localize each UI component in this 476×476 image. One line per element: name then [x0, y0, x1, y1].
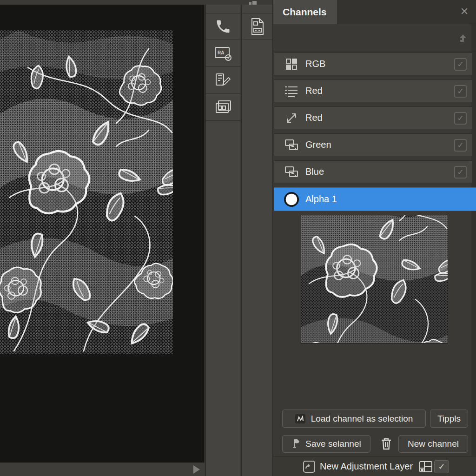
left-toolbar: RA [205, 5, 240, 476]
panel-subheader [273, 24, 476, 52]
new-channel-label: New channel [408, 439, 459, 449]
secondary-toolbar [241, 5, 272, 476]
contact-card-tool-button[interactable]: RA [206, 40, 240, 67]
clipboard-edit-tool-button[interactable] [206, 67, 240, 94]
save-channel-label: Save selannel [305, 439, 361, 449]
gallery-tool-icon [214, 99, 232, 115]
collapse-up-icon[interactable] [456, 32, 469, 45]
tippls-button[interactable]: Tippls [430, 410, 468, 428]
copy-channel-icon [284, 137, 299, 153]
tippls-label: Tippls [437, 414, 461, 424]
alpha-circle-icon [284, 192, 299, 207]
load-channel-as-selection-button[interactable]: Load channel as selection [282, 410, 426, 428]
channel-visibility-checkbox[interactable]: ✓ [454, 139, 467, 152]
phone-tool-button[interactable] [206, 13, 240, 40]
clipboard-edit-tool-icon [214, 72, 232, 89]
phone-tool-icon [215, 18, 231, 35]
check-icon: ✓ [457, 141, 463, 149]
mini-chart-icon [249, 1, 257, 5]
channel-label: Red [305, 112, 323, 123]
channel-list: RGB ✓ Red ✓ Red ✓ Green ✓ Blue ✓ Alpha 1 [274, 53, 472, 215]
scroll-right-arrow-icon[interactable] [193, 465, 200, 474]
channel-row[interactable]: Red ✓ [274, 79, 472, 102]
document-canvas[interactable] [0, 5, 205, 463]
grid-channel-icon [284, 56, 299, 72]
tab-channels[interactable]: Channels [273, 0, 337, 24]
confirm-check-button[interactable]: ✓ [434, 460, 449, 473]
save-channel-button[interactable]: Save selannel [282, 435, 370, 453]
check-icon: ✓ [457, 87, 463, 95]
copy-channel-icon [284, 164, 299, 180]
new-adjustment-layer-icon [303, 461, 315, 473]
load-selection-icon [295, 414, 305, 423]
trash-icon [380, 437, 392, 451]
channel-visibility-checkbox[interactable]: ✓ [454, 58, 467, 71]
channel-row[interactable]: Alpha 1 [274, 187, 476, 211]
check-icon: ✓ [457, 114, 463, 122]
gallery-tool-button[interactable] [206, 94, 240, 121]
channel-visibility-checkbox[interactable]: ✓ [454, 85, 467, 98]
canvas-image[interactable] [0, 30, 173, 354]
channel-thumbnail[interactable] [301, 215, 448, 344]
channel-label: Red [305, 86, 323, 96]
check-icon: ✓ [438, 462, 445, 472]
panel-title: Channels [283, 7, 327, 18]
save-channel-icon [291, 438, 301, 450]
new-adjustment-layer-label: New Adjustment Layer [320, 461, 413, 472]
adjustment-bar: New Adjustment Layer ✓ [273, 456, 476, 476]
channel-label: Blue [305, 166, 324, 177]
channel-label: Green [305, 139, 331, 150]
channel-visibility-checkbox[interactable]: ✓ [454, 112, 467, 125]
channel-label: RGB [305, 59, 325, 69]
list-channel-icon [284, 83, 299, 99]
close-panel-button[interactable]: ✕ [457, 5, 471, 19]
channel-row[interactable]: Green ✓ [274, 133, 472, 156]
load-channel-label: Load channel as selection [311, 414, 413, 424]
document-tool-icon [249, 17, 266, 36]
check-icon: ✓ [457, 168, 463, 176]
new-channel-button[interactable]: New channel [398, 435, 468, 453]
channel-row[interactable]: Red ✓ [274, 106, 472, 129]
channel-label: Alpha 1 [305, 194, 337, 205]
panel-layout-icon[interactable] [418, 460, 433, 473]
contact-card-tool-icon: RA [214, 45, 232, 62]
check-icon: ✓ [457, 60, 463, 68]
panel-header: Channels ✕ [273, 0, 476, 24]
channel-row[interactable]: RGB ✓ [274, 53, 472, 75]
document-tool-button[interactable] [242, 13, 272, 40]
channel-row[interactable]: Blue ✓ [274, 160, 472, 183]
svg-text:RA: RA [218, 50, 224, 55]
diagonal-arrow-icon [284, 110, 299, 126]
channel-visibility-checkbox[interactable]: ✓ [454, 166, 467, 178]
close-icon: ✕ [460, 6, 469, 18]
horizontal-scrollbar[interactable] [0, 463, 205, 476]
delete-channel-button[interactable] [377, 435, 395, 453]
channels-panel: Channels ✕ RGB ✓ Red ✓ Red ✓ Green ✓ Blu… [272, 0, 476, 476]
